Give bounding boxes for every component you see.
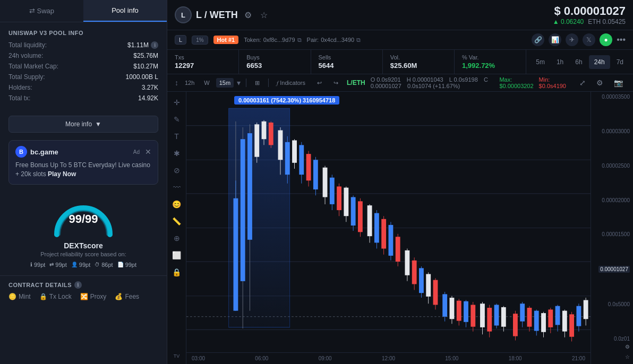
pattern-tool[interactable]: ⊘ <box>169 163 184 178</box>
telegram-icon[interactable]: ✈ <box>566 33 578 46</box>
svg-rect-87 <box>513 314 518 336</box>
time-btn-24h[interactable]: 24h <box>589 55 610 69</box>
vol-label: Vol. <box>390 54 447 60</box>
tf-dropdown-icon[interactable]: ▾ <box>237 79 241 87</box>
tf-15m-btn[interactable]: 15m <box>216 78 234 88</box>
mint-action[interactable]: 🪙 Mint <box>8 293 31 300</box>
marketcap-label: Total Market Cap: <box>8 63 58 70</box>
emoji-tool[interactable]: 😊 <box>169 197 184 212</box>
volume-value: $25.76M <box>133 52 158 59</box>
right-panel: L L / WETH ⚙ ☆ $ 0.00001027 ▲ 0.06240 ET… <box>167 0 633 364</box>
token-percent-badge: 1% <box>192 36 208 45</box>
tab-pool-info[interactable]: Pool info <box>83 0 167 22</box>
contract-section: CONTRACT DETAILS ℹ 🪙 Mint 🔒 Tx Lock 🔀 Pr… <box>0 275 167 306</box>
green-dot-icon[interactable]: ● <box>600 33 612 46</box>
chart-type-btn[interactable]: ⊞ <box>252 78 263 88</box>
price-change: ▲ 0.06240 ETH 0.05425 <box>553 18 626 25</box>
svg-rect-33 <box>306 154 311 180</box>
favorite-icon[interactable]: ☆ <box>258 9 270 21</box>
svg-rect-91 <box>527 308 532 327</box>
settings-btn[interactable]: ⚙ <box>594 77 606 89</box>
svg-rect-83 <box>494 305 499 325</box>
lock-icon: 🔒 <box>39 293 47 300</box>
shape-tool[interactable]: ✱ <box>169 146 184 161</box>
buys-value: 6653 <box>246 62 303 70</box>
chart-toolbar: ↕ 12h W 15m ▾ ⊞ 𝑓 Indicators ↩ ↪ L/ETH O… <box>167 74 633 92</box>
proxy-icon: 🔀 <box>80 293 88 300</box>
redo-btn[interactable]: ↪ <box>330 78 341 88</box>
ad-close-icon[interactable]: ✕ <box>145 148 151 156</box>
chart-star-icon[interactable]: ☆ <box>625 352 630 362</box>
social-more-icon[interactable]: ••• <box>617 35 626 45</box>
txlock-action[interactable]: 🔒 Tx Lock <box>39 293 72 300</box>
proxy-action[interactable]: 🔀 Proxy <box>80 293 107 300</box>
token-info: L L / WETH ⚙ ☆ <box>175 6 270 23</box>
price-scale: 0.00003500 0.00003000 0.00002500 0.00002… <box>598 94 630 342</box>
time-btn-6h[interactable]: 6h <box>570 55 587 69</box>
holders-label: Holders: <box>8 84 32 91</box>
price-tick-4: 0.00001500 <box>598 231 630 237</box>
svg-rect-71 <box>450 298 455 319</box>
info-row-totaltx: Total tx: 14.92K <box>8 94 158 102</box>
svg-rect-65 <box>426 274 431 296</box>
pool-info-section: UNISWAP V3 POOL INFO Total liquidity: $1… <box>0 22 167 112</box>
stat-vol: Vol. $25.60M <box>383 50 455 74</box>
zoom-tool[interactable]: ⊕ <box>169 231 184 246</box>
chart-social-icon[interactable]: 📊 <box>549 33 561 46</box>
timeframe-icon[interactable]: ↕ <box>175 79 178 87</box>
undo-btn[interactable]: ↩ <box>314 78 325 88</box>
dext-score-description: Project reliability score based on: <box>8 251 158 257</box>
tab-bar: ⇄ Swap Pool info <box>0 0 167 22</box>
time-btn-7d[interactable]: 7d <box>611 55 629 69</box>
fib-tool[interactable]: 〰 <box>169 180 184 195</box>
ad-header: B bc.game Ad ✕ <box>15 146 151 158</box>
token-avatar: L <box>175 6 192 23</box>
token-address-copy[interactable]: ⧉ <box>297 37 302 44</box>
candlestick-chart-svg <box>186 92 591 364</box>
more-info-button[interactable]: More info ▼ <box>8 116 158 133</box>
lock-tool[interactable]: 🔒 <box>169 265 184 280</box>
tf-w-btn[interactable]: W <box>201 78 212 88</box>
marketcap-value: $10.27M <box>133 63 158 70</box>
clock-icon: ⏱ <box>95 262 100 267</box>
price-tick-2: 0.00002500 <box>598 163 630 169</box>
price-section: $ 0.00001027 ▲ 0.06240 ETH 0.05425 <box>553 4 626 25</box>
svg-rect-17 <box>247 133 252 240</box>
text-tool[interactable]: T <box>169 129 184 144</box>
chart-min-label: Min: $0.0s4190 <box>539 76 566 89</box>
contract-info-icon[interactable]: ℹ <box>74 281 82 289</box>
price-tick-current: 0.00001027 <box>598 266 630 273</box>
fullscreen-btn[interactable]: ⤢ <box>577 77 588 89</box>
camera-btn[interactable]: 📷 <box>611 77 626 89</box>
info-row-supply: Total Supply: 1000.00B L <box>8 73 158 81</box>
svg-rect-103 <box>569 314 574 336</box>
ad-label: Ad <box>133 149 140 155</box>
ad-cta[interactable]: Play Now <box>48 170 76 178</box>
time-btn-5m[interactable]: 5m <box>531 55 550 69</box>
time-label-1800: 18:00 <box>509 356 522 361</box>
link-icon[interactable]: 🔗 <box>532 33 544 46</box>
magnet-tool[interactable]: ⬜ <box>169 248 184 263</box>
ruler-tool[interactable]: 📏 <box>169 214 184 229</box>
svg-rect-81 <box>487 308 492 332</box>
price-tick-1: 0.00003000 <box>598 128 630 134</box>
tf-group: ↕ 12h W 15m ▾ <box>175 78 241 88</box>
time-btn-1h[interactable]: 1h <box>551 55 569 69</box>
crosshair-tool[interactable]: ✛ <box>169 95 184 110</box>
supply-label: Total Supply: <box>8 73 45 81</box>
charts-icon[interactable]: ⚙ <box>242 9 254 21</box>
chart-ohlc: O 0.0s9201 H 0.00001043 L 0.0s9198 C 0.0… <box>371 76 494 89</box>
social-icons: 🔗 📊 ✈ 𝕏 ● ••• <box>532 33 626 46</box>
chart-settings-icon[interactable]: ⚙ <box>625 342 630 352</box>
liquidity-info-icon[interactable]: ℹ <box>151 41 158 49</box>
tab-swap[interactable]: ⇄ Swap <box>0 0 83 22</box>
toolbar-divider2 <box>268 79 269 87</box>
toolbar-divider <box>246 79 246 87</box>
indicators-btn[interactable]: 𝑓 Indicators <box>273 78 309 88</box>
fees-action[interactable]: 💰 Fees <box>115 293 139 300</box>
twitter-icon[interactable]: 𝕏 <box>583 33 595 46</box>
tf-12h-btn[interactable]: 12h <box>182 78 198 88</box>
draw-tool[interactable]: ✎ <box>169 112 184 127</box>
pair-address-copy[interactable]: ⧉ <box>356 37 361 44</box>
ad-brand-name: bc.game <box>30 148 58 156</box>
